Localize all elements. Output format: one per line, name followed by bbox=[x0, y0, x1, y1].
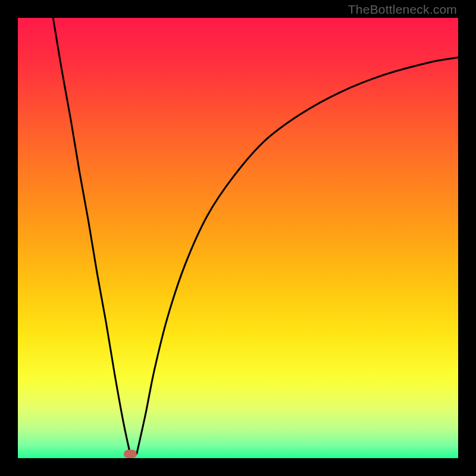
minimum-marker bbox=[124, 450, 137, 458]
curve-left bbox=[53, 18, 130, 454]
curve-layer bbox=[18, 18, 458, 458]
plot-area bbox=[18, 18, 458, 458]
chart-frame: TheBottleneck.com bbox=[0, 0, 476, 476]
curve-right bbox=[137, 58, 458, 454]
watermark-text: TheBottleneck.com bbox=[348, 2, 457, 17]
